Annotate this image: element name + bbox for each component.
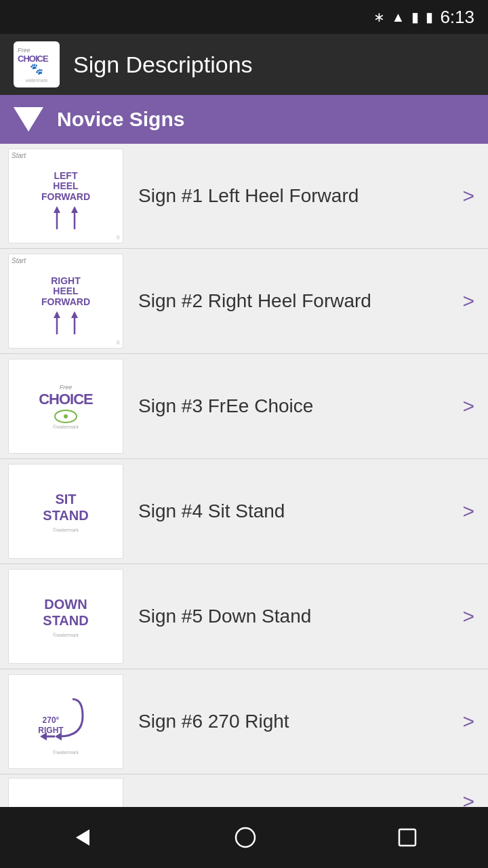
- list-item[interactable]: >: [0, 774, 488, 807]
- sign-2-arrow: >: [462, 290, 488, 313]
- sign-3-label: Sign #3 FrEe Choice: [131, 394, 462, 418]
- sign-2-label: Sign #2 Right Heel Forward: [131, 289, 462, 313]
- sign-4-thumbnail: SITSTAND ©watermark: [8, 464, 123, 559]
- sign-1-image: Start LEFTHEELFORWARD ©: [9, 149, 123, 243]
- list-item[interactable]: Free CHOICE ©watermark Sign #3 FrEe Choi…: [0, 354, 488, 459]
- svg-rect-21: [399, 829, 415, 846]
- back-button[interactable]: [50, 819, 114, 856]
- svg-text:watermark: watermark: [25, 78, 48, 83]
- sign-4-image: SITSTAND ©watermark: [9, 465, 123, 558]
- sign-5-thumbnail: DOWNSTAND ©watermark: [8, 569, 123, 664]
- svg-marker-11: [71, 311, 78, 318]
- sign-6-image: 270° RIGHT ©watermark: [9, 675, 123, 768]
- svg-text:RIGHT: RIGHT: [38, 726, 64, 735]
- sign-1-label: Sign #1 Left Heel Forward: [131, 184, 462, 208]
- sign-4-label: Sign #4 Sit Stand: [131, 499, 462, 524]
- sign-7-thumbnail: [8, 778, 123, 808]
- svg-marker-5: [54, 206, 60, 213]
- list-item[interactable]: 270° RIGHT ©watermark Sign #6 270 Right …: [0, 669, 488, 774]
- bluetooth-icon: ∗: [373, 9, 385, 25]
- list-item[interactable]: Start LEFTHEELFORWARD © Sign #1 Le: [0, 144, 488, 249]
- sign-1-thumbnail: Start LEFTHEELFORWARD ©: [8, 149, 123, 243]
- status-bar: ∗ ▲ ▮ ▮ 6:13: [0, 0, 488, 34]
- list-item[interactable]: Start RIGHTHEELFORWARD © Sign #2 R: [0, 249, 488, 354]
- sign-5-arrow: >: [462, 605, 488, 628]
- app-logo: Free CHOICE 🐾 watermark: [14, 41, 60, 87]
- list-item[interactable]: DOWNSTAND ©watermark Sign #5 Down Stand …: [0, 564, 488, 669]
- section-title: Novice Signs: [57, 108, 184, 131]
- sign-list: Start LEFTHEELFORWARD © Sign #1 Le: [0, 144, 488, 807]
- signal-icon: ▮: [411, 9, 419, 25]
- sign-1-arrow: >: [462, 184, 488, 208]
- sign-5-image: DOWNSTAND ©watermark: [9, 570, 123, 663]
- svg-marker-7: [71, 206, 78, 213]
- section-header: Novice Signs: [0, 95, 488, 144]
- wifi-icon: ▲: [392, 9, 405, 25]
- sign-2-image: Start RIGHTHEELFORWARD ©: [9, 254, 123, 348]
- sign-3-arrow: >: [462, 395, 488, 418]
- svg-text:270°: 270°: [43, 715, 60, 725]
- sign-5-label: Sign #5 Down Stand: [131, 604, 462, 629]
- sign-6-arrow: >: [462, 710, 488, 733]
- battery-icon: ▮: [426, 9, 433, 25]
- sign-4-arrow: >: [462, 500, 488, 523]
- home-button[interactable]: [214, 819, 277, 856]
- svg-point-20: [236, 828, 255, 847]
- svg-marker-9: [54, 311, 60, 318]
- svg-text:Free: Free: [18, 47, 30, 54]
- nav-bar: [0, 807, 488, 868]
- app-bar: Free CHOICE 🐾 watermark Sign Description…: [0, 34, 488, 95]
- sign-6-thumbnail: 270° RIGHT ©watermark: [8, 674, 123, 769]
- recent-button[interactable]: [377, 821, 438, 854]
- sign-7-arrow: >: [462, 790, 488, 808]
- sign-3-image: Free CHOICE ©watermark: [9, 359, 123, 453]
- svg-text:🐾: 🐾: [30, 62, 43, 75]
- status-icons: ∗ ▲ ▮ ▮ 6:13: [373, 7, 474, 28]
- triangle-icon: [14, 107, 43, 132]
- app-title: Sign Descriptions: [73, 52, 253, 78]
- svg-marker-19: [76, 829, 89, 846]
- sign-2-thumbnail: Start RIGHTHEELFORWARD ©: [8, 254, 123, 349]
- svg-point-13: [64, 414, 68, 418]
- sign-3-thumbnail: Free CHOICE ©watermark: [8, 359, 123, 454]
- logo-inner: Free CHOICE 🐾 watermark: [15, 43, 58, 86]
- status-time: 6:13: [440, 7, 474, 28]
- list-item[interactable]: SITSTAND ©watermark Sign #4 Sit Stand >: [0, 459, 488, 564]
- sign-6-label: Sign #6 270 Right: [131, 709, 462, 734]
- svg-text:CHOICE: CHOICE: [18, 54, 49, 64]
